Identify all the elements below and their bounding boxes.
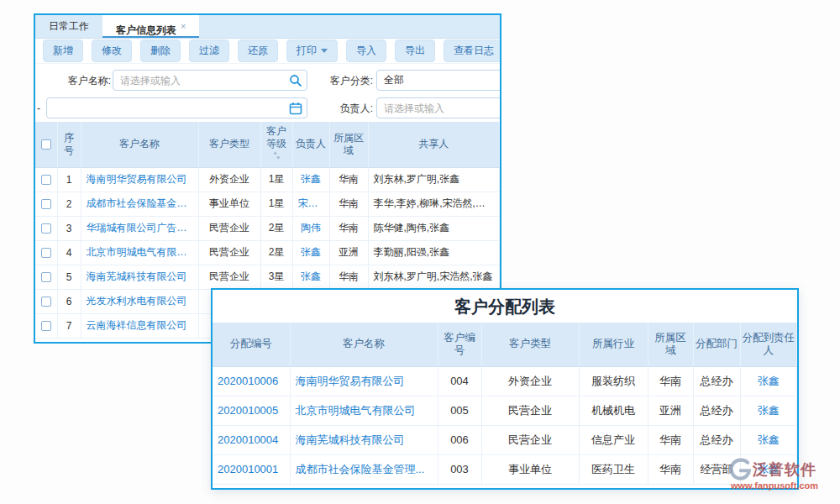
cell-no: 4	[57, 240, 81, 265]
table-row[interactable]: 4北京市明城电气有限公司民营企业2星张鑫亚洲李勤丽,阳强,张鑫	[35, 240, 500, 265]
row-checkbox[interactable]	[41, 321, 51, 331]
header-row: 分配编号客户名称客户编号客户类型所属行业所属区域分配部门分配到责任人	[213, 323, 797, 366]
sort-icon[interactable]	[273, 150, 281, 163]
cell-alloc_no[interactable]: 2020010004	[213, 425, 290, 454]
cell-assignee[interactable]: 张鑫	[740, 396, 797, 425]
column-header[interactable]: 客户等级	[260, 122, 292, 167]
cell-manager[interactable]: 张鑫	[292, 167, 329, 192]
print-button[interactable]: 打印	[286, 39, 338, 62]
close-icon[interactable]: ×	[181, 21, 186, 31]
table-row[interactable]: 5海南芜城科技有限公司民营企业3星张鑫华南刘东林,罗广明,宋浩然,张鑫	[35, 265, 500, 289]
cell-alloc_no[interactable]: 2020010006	[213, 366, 290, 396]
toolbar: 新增修改删除过滤还原打印导入导出查看日志	[35, 39, 500, 64]
cell-name[interactable]: 海南明华贸易有限公司	[81, 167, 198, 192]
cell-name[interactable]: 光发水利水电有限公司	[81, 289, 198, 313]
row-checkbox[interactable]	[41, 297, 51, 307]
column-header[interactable]: 所属区域	[329, 122, 368, 167]
cell-type: 民营企业	[198, 265, 260, 289]
table-row[interactable]: 2020010004海南芜城科技有限公司006民营企业信息产业华南总经办张鑫	[213, 425, 797, 454]
column-header[interactable]: 共享人	[368, 122, 500, 167]
column-header[interactable]: 分配编号	[213, 323, 290, 366]
cell-region: 亚洲	[648, 396, 693, 425]
manager-input[interactable]	[376, 97, 501, 118]
row-checkbox[interactable]	[41, 199, 51, 209]
cell-type: 民营企业	[481, 396, 579, 425]
cell-region: 华南	[648, 366, 693, 396]
dropdown-caret-icon	[321, 49, 328, 53]
cell-manager[interactable]: 陶伟	[292, 216, 329, 240]
modify-button-label: 修改	[102, 44, 122, 58]
cell-shared: 刘东林,罗广明,张鑫	[368, 167, 500, 192]
table-row[interactable]: 2020010001成都市社会保险基金管理...003事业单位医药卫生华南经营部…	[213, 454, 797, 484]
checkbox-cell	[35, 289, 57, 313]
column-header[interactable]: 分配到责任人	[740, 323, 797, 366]
table-row[interactable]: 2成都市社会保险基金管理...事业单位1星宋浩然华南李华,李婷,柳琳,宋浩然,张…	[35, 192, 500, 216]
search-icon[interactable]	[289, 74, 302, 87]
table-row[interactable]: 2020010006海南明华贸易有限公司004外资企业服装纺织华南总经办张鑫	[213, 366, 797, 396]
column-header[interactable]: 客户类型	[481, 323, 579, 366]
customer-category-select[interactable]	[376, 70, 501, 91]
cell-name[interactable]: 成都市社会保险基金管理...	[81, 192, 198, 216]
select-all-header	[35, 122, 57, 167]
customer-name-input[interactable]	[113, 70, 307, 91]
column-header[interactable]: 负责人	[292, 122, 329, 167]
filter-button[interactable]: 过滤	[189, 39, 229, 62]
cell-region: 华南	[329, 192, 368, 216]
vendor-watermark: 泛普软件 www.fanpusoft.com	[727, 457, 837, 491]
export-button[interactable]: 导出	[395, 39, 435, 62]
calendar-icon[interactable]	[289, 102, 302, 115]
cell-name[interactable]: 北京市明城电气有限公司	[290, 396, 438, 425]
cell-type: 民营企业	[198, 240, 260, 265]
cell-no: 2	[57, 192, 81, 216]
row-checkbox[interactable]	[41, 248, 51, 258]
cell-manager[interactable]: 张鑫	[292, 240, 329, 265]
cell-level: 1星	[260, 192, 292, 216]
cell-assignee[interactable]: 张鑫	[740, 366, 797, 396]
column-header[interactable]: 所属区域	[648, 323, 693, 366]
cell-region: 华南	[329, 167, 368, 192]
checkbox-cell	[35, 192, 57, 216]
cell-alloc_no[interactable]: 2020010005	[213, 396, 290, 425]
cell-name[interactable]: 海南明华贸易有限公司	[290, 366, 438, 396]
column-header[interactable]: 客户类型	[198, 122, 260, 167]
column-header[interactable]: 客户名称	[290, 323, 438, 366]
cell-name[interactable]: 海南芜城科技有限公司	[81, 265, 198, 289]
cell-manager[interactable]: 张鑫	[292, 265, 329, 289]
date-to-input[interactable]	[46, 97, 307, 118]
customer-name-label: 客户名称:	[52, 70, 111, 92]
tab-customer-info-list[interactable]: 客户信息列表×	[102, 15, 199, 38]
row-checkbox[interactable]	[41, 272, 51, 282]
cell-alloc_no[interactable]: 2020010001	[213, 454, 290, 484]
select-all-checkbox[interactable]	[41, 139, 51, 150]
cell-region: 亚洲	[329, 240, 368, 265]
modify-button[interactable]: 修改	[92, 39, 132, 62]
table-row[interactable]: 2020010005北京市明城电气有限公司005民营企业机械机电亚洲总经办张鑫	[213, 396, 797, 425]
column-header[interactable]: 所属行业	[579, 323, 648, 366]
tab-bar: 日常工作 客户信息列表×	[35, 15, 500, 39]
column-header[interactable]: 序号	[57, 122, 81, 167]
import-button[interactable]: 导入	[346, 39, 386, 62]
add-button[interactable]: 新增	[43, 39, 83, 62]
cell-no: 1	[57, 167, 81, 192]
cell-manager[interactable]: 宋浩然	[292, 192, 329, 216]
cell-level: 3星	[260, 265, 292, 289]
delete-button-label: 删除	[150, 44, 171, 58]
cell-dept: 总经办	[693, 396, 740, 425]
column-header[interactable]: 客户编号	[438, 323, 481, 366]
tab-daily-work[interactable]: 日常工作	[35, 15, 102, 38]
column-header[interactable]: 分配部门	[693, 323, 740, 366]
cell-name[interactable]: 海南芜城科技有限公司	[290, 425, 438, 454]
table-row[interactable]: 3华瑞城有限公司广告设计部民营企业2星陶伟华南陈华健,陶伟,张鑫	[35, 216, 500, 240]
cell-name[interactable]: 成都市社会保险基金管理...	[290, 454, 438, 484]
cell-name[interactable]: 云南海祥信息有限公司	[81, 313, 198, 338]
row-checkbox[interactable]	[41, 223, 51, 234]
row-checkbox[interactable]	[41, 175, 51, 185]
cell-name[interactable]: 北京市明城电气有限公司	[81, 240, 198, 265]
view-log-button[interactable]: 查看日志	[444, 39, 501, 62]
delete-button[interactable]: 删除	[140, 39, 181, 62]
table-row[interactable]: 1海南明华贸易有限公司外资企业1星张鑫华南刘东林,罗广明,张鑫	[35, 167, 500, 192]
column-header[interactable]: 客户名称	[81, 122, 198, 167]
restore-button[interactable]: 还原	[238, 39, 278, 62]
cell-assignee[interactable]: 张鑫	[740, 425, 797, 454]
cell-name[interactable]: 华瑞城有限公司广告设计部	[81, 216, 198, 240]
